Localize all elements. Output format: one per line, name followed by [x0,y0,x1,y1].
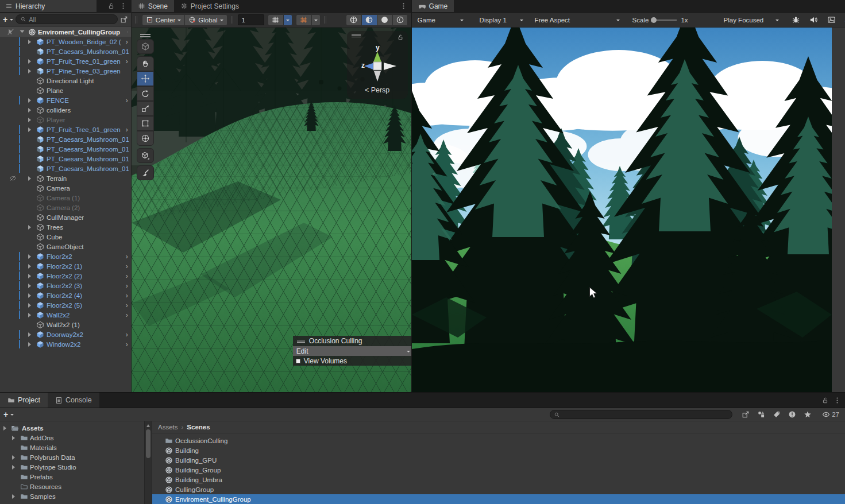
hierarchy-item[interactable]: PT_Caesars_Mushroom_01 › [0,164,131,173]
breadcrumb-current[interactable]: Scenes [187,424,210,431]
add-object-button[interactable]: + [3,15,7,24]
hierarchy-item[interactable]: Doorway2x2 › [0,329,131,339]
rect-tool-button[interactable] [137,116,154,131]
pan-tool-button[interactable] [137,56,154,71]
hierarchy-item[interactable]: Wall2x2 › [0,310,131,320]
kebab-menu-icon[interactable] [834,397,841,404]
tab-scene[interactable]: Scene [132,0,174,12]
open-search-window-icon[interactable] [120,15,128,24]
hierarchy-item[interactable]: Cube › [0,232,131,242]
lock-icon[interactable] [821,397,829,404]
hierarchy-item[interactable]: FENCE › [0,95,131,105]
view-volumes-row[interactable]: View Volumes [293,356,411,366]
shading-wireframe-button[interactable] [346,14,361,26]
display-target-dropdown[interactable]: Game [415,17,466,24]
expand-arrow-icon[interactable] [28,69,31,73]
projection-label[interactable]: < Persp [347,86,408,94]
shading-shaded-wire-button[interactable] [361,14,377,26]
expand-arrow-icon[interactable] [28,274,31,278]
hierarchy-item[interactable]: colliders › [0,105,131,115]
custom-tools-button[interactable] [137,148,154,163]
favorites-star-icon[interactable] [804,410,812,418]
asset-item[interactable]: CullingGroup [152,484,845,494]
pivot-mode-dropdown[interactable]: Center [142,14,185,26]
folder-item[interactable]: Prefabs [0,472,152,482]
folder-tree-scrollbar[interactable] [144,421,152,504]
prefab-nav-arrow-icon[interactable]: › [126,301,129,309]
prefab-nav-arrow-icon[interactable]: › [126,253,129,261]
hierarchy-item[interactable]: Floor2x2 (3) › [0,281,131,290]
view-volumes-checkbox[interactable] [296,359,300,363]
asset-item[interactable]: Building_Group [152,465,845,475]
expand-arrow-icon[interactable] [28,40,31,44]
snap-increment-dropdown[interactable] [311,14,321,26]
hierarchy-item[interactable]: Floor2x2 › [0,251,131,261]
scrollbar-thumb[interactable] [146,429,151,458]
folder-item[interactable]: Scenes [0,501,152,504]
aspect-ratio-dropdown[interactable]: Free Aspect [533,17,622,24]
create-asset-dropdown-icon[interactable] [10,414,14,417]
overlay-drag-handle[interactable] [352,34,361,38]
hierarchy-item[interactable]: PT_Wooden_Bridge_02 ( › [0,37,131,46]
expand-arrow-icon[interactable] [28,108,31,113]
asset-item[interactable]: Building_Umbra [152,475,845,484]
hierarchy-item[interactable]: Floor2x2 (5) › [0,300,131,310]
overlay-drag-handle[interactable] [297,339,305,344]
tab-hierarchy[interactable]: Hierarchy [0,0,97,12]
hierarchy-item[interactable]: Camera (2) › [0,203,131,212]
toolbar-grip[interactable] [231,16,233,24]
expand-arrow-icon[interactable] [3,426,6,431]
hierarchy-item[interactable]: Trees › [0,222,131,232]
terrain-brush-button[interactable] [137,165,154,180]
breadcrumb-root[interactable]: Assets [158,424,178,431]
hierarchy-item[interactable]: PT_Fruit_Tree_01_green › [0,56,131,66]
picking-disabled-icon[interactable] [7,28,14,36]
expand-arrow-icon[interactable] [12,455,15,460]
hierarchy-item[interactable]: Plane › [0,86,131,95]
hierarchy-item[interactable]: Wall2x2 (1) › [0,320,131,329]
shading-shaded-button[interactable] [377,14,392,26]
expand-arrow-icon[interactable] [28,303,31,308]
scale-slider-knob[interactable] [651,17,657,23]
grid-size-field[interactable]: 1 [238,14,264,25]
expand-arrow-icon[interactable] [12,494,15,499]
rotate-tool-button[interactable] [137,86,154,101]
add-object-dropdown-icon[interactable] [10,19,13,22]
expand-arrow-icon[interactable] [28,332,31,337]
hidden-items-toggle[interactable]: 27 [822,410,839,418]
folder-item[interactable]: Resources [0,482,152,491]
hierarchy-item[interactable]: PT_Caesars_Mushroom_01 › [0,144,131,154]
hierarchy-item[interactable]: PT_Pine_Tree_03_green › [0,66,131,76]
occlusion-overlay-titlebar[interactable]: Occlusion Culling [293,336,411,346]
folder-item[interactable]: Assets [0,423,152,433]
folder-item[interactable]: Polybrush Data [0,452,152,462]
hierarchy-item[interactable]: PT_Caesars_Mushroom_01 › [0,134,131,144]
folder-item[interactable]: Polytope Studio [0,462,152,472]
tab-project[interactable]: Project [0,393,48,408]
transform-tool-button[interactable] [137,131,154,146]
scroll-up-arrow[interactable] [146,422,150,427]
kebab-menu-icon[interactable] [119,2,127,10]
scene-viewport[interactable]: y z < Persp Occlusion Cul [132,28,411,392]
prefab-nav-arrow-icon[interactable]: › [126,126,129,134]
project-search[interactable] [550,410,732,419]
prefab-nav-arrow-icon[interactable]: › [126,282,129,290]
asset-item[interactable]: OcclussionCulling [152,436,845,445]
expand-arrow-icon[interactable] [28,118,31,122]
scale-tool-button[interactable] [137,101,154,116]
prefab-nav-arrow-icon[interactable]: › [126,311,129,319]
expand-arrow-icon[interactable] [12,436,15,440]
expand-arrow-icon[interactable] [28,254,31,259]
expand-arrow-icon[interactable] [28,176,31,181]
display-dropdown[interactable]: Display 1 [477,17,526,24]
prefab-nav-arrow-icon[interactable]: › [126,331,129,339]
overlay-drag-handle[interactable] [140,32,151,39]
import-alert-icon[interactable] [788,410,796,418]
expand-arrow-icon[interactable] [12,465,15,470]
hierarchy-search-input[interactable] [29,16,113,23]
hierarchy-item[interactable]: Floor2x2 (2) › [0,271,131,281]
lock-icon[interactable] [107,2,115,10]
folder-item[interactable]: Samples [0,491,152,501]
vsync-gizmos-icon[interactable] [827,15,836,24]
shading-overdraw-button[interactable] [392,14,408,26]
